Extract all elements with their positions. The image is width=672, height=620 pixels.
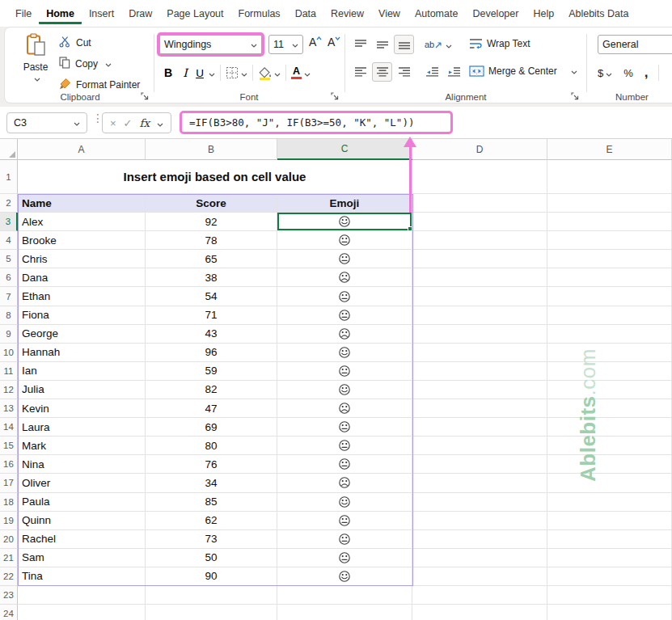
column-header-e[interactable]: E (547, 139, 672, 160)
cell[interactable] (412, 530, 547, 549)
cell[interactable] (412, 362, 547, 381)
row-header[interactable]: 21 (0, 549, 18, 567)
cell[interactable] (547, 306, 672, 325)
row-header[interactable]: 9 (0, 325, 18, 344)
cell[interactable] (412, 418, 547, 437)
underline-button[interactable]: U (193, 67, 206, 79)
tab-home[interactable]: Home (39, 2, 82, 24)
cell-score[interactable]: 47 (146, 399, 277, 418)
header-cell-score[interactable]: Score (146, 194, 277, 213)
borders-button[interactable] (226, 65, 247, 80)
cell-name[interactable]: Sam (18, 549, 146, 567)
tab-review[interactable]: Review (323, 2, 371, 24)
cell-name[interactable]: Brooke (18, 231, 146, 250)
fill-color-button[interactable] (258, 65, 281, 80)
cell-name[interactable]: Kevin (18, 399, 146, 418)
cell[interactable] (412, 399, 547, 418)
increase-indent-button[interactable] (444, 62, 464, 82)
align-right-button[interactable] (394, 62, 414, 82)
select-all-corner[interactable] (0, 139, 18, 160)
cell-name[interactable]: Quinn (18, 512, 146, 530)
cell-emoji[interactable] (277, 399, 412, 418)
cell[interactable] (547, 268, 672, 287)
row-header[interactable]: 20 (0, 530, 18, 549)
align-top-button[interactable] (350, 35, 370, 54)
cell[interactable] (146, 586, 277, 605)
cell-emoji[interactable] (277, 530, 412, 549)
cell-score[interactable]: 76 (146, 455, 277, 474)
cell-emoji[interactable] (277, 306, 412, 325)
cell[interactable] (277, 605, 412, 620)
cell[interactable] (412, 344, 547, 362)
cell[interactable] (277, 586, 412, 605)
cell[interactable] (412, 231, 547, 250)
row-header[interactable]: 14 (0, 418, 18, 437)
row-header[interactable]: 5 (0, 250, 18, 268)
number-format-combo[interactable]: General (598, 35, 672, 54)
align-center-button[interactable] (372, 62, 392, 82)
cell-name[interactable]: Alex (18, 213, 146, 231)
name-box[interactable]: C3 (6, 112, 87, 133)
cell-name[interactable]: Hannah (18, 344, 146, 362)
cell[interactable] (412, 512, 547, 530)
cell[interactable] (547, 287, 672, 306)
cell[interactable] (547, 474, 672, 492)
cell[interactable] (412, 455, 547, 474)
cell-emoji[interactable] (277, 344, 412, 362)
cell-score[interactable]: 43 (146, 325, 277, 344)
cell-score[interactable]: 65 (146, 250, 277, 268)
cell-name[interactable]: Julia (18, 381, 146, 399)
cell-emoji[interactable] (277, 250, 412, 268)
cell[interactable] (547, 325, 672, 344)
row-header[interactable]: 6 (0, 268, 18, 287)
cell[interactable] (412, 213, 547, 231)
cell-emoji[interactable] (277, 493, 412, 512)
tab-file[interactable]: File (8, 2, 39, 24)
cell-emoji[interactable] (277, 418, 412, 437)
cell-score[interactable]: 50 (146, 549, 277, 567)
cell-name[interactable]: Chris (18, 250, 146, 268)
tab-data[interactable]: Data (288, 2, 323, 24)
cell[interactable] (412, 268, 547, 287)
cell-score[interactable]: 92 (146, 213, 277, 231)
row-header[interactable]: 11 (0, 362, 18, 381)
tab-page-layout[interactable]: Page Layout (159, 2, 230, 24)
tab-developer[interactable]: Developer (465, 2, 526, 24)
tab-ablebits-data[interactable]: Ablebits Data (561, 2, 636, 24)
cut-button[interactable]: Cut (59, 35, 140, 51)
cell-score[interactable]: 62 (146, 512, 277, 530)
column-header-a[interactable]: A (18, 139, 146, 160)
cancel-entry-icon[interactable]: × (110, 117, 116, 129)
cell-score[interactable]: 59 (146, 362, 277, 381)
cell[interactable] (547, 586, 672, 605)
copy-button[interactable]: Copy (59, 56, 140, 72)
cell-score[interactable]: 71 (146, 306, 277, 325)
cell[interactable] (412, 194, 547, 213)
cell-emoji[interactable] (277, 455, 412, 474)
cell[interactable] (547, 381, 672, 399)
row-header[interactable]: 10 (0, 344, 18, 362)
row-header[interactable]: 13 (0, 399, 18, 418)
cell[interactable] (146, 605, 277, 620)
decrease-font-size-button[interactable]: A (328, 36, 340, 49)
percent-style-button[interactable]: % (623, 67, 633, 79)
cell-name[interactable]: Oliver (18, 474, 146, 492)
cell-emoji[interactable] (277, 549, 412, 567)
row-header[interactable]: 3 (0, 213, 18, 231)
font-dialog-launcher[interactable] (330, 91, 340, 101)
decrease-indent-button[interactable] (422, 62, 442, 82)
cell[interactable] (547, 362, 672, 381)
row-header[interactable]: 17 (0, 474, 18, 492)
cell[interactable] (547, 194, 672, 213)
row-header[interactable]: 18 (0, 493, 18, 512)
row-header[interactable]: 19 (0, 512, 18, 530)
row-header[interactable]: 22 (0, 567, 18, 586)
font-name-combo[interactable]: Wingdings (159, 35, 262, 54)
cell-emoji[interactable] (277, 287, 412, 306)
cell[interactable] (547, 160, 672, 194)
cell[interactable] (412, 474, 547, 492)
cell[interactable] (412, 160, 547, 194)
cell-name[interactable]: Fiona (18, 306, 146, 325)
cell[interactable] (18, 605, 146, 620)
header-cell-name[interactable]: Name (18, 194, 146, 213)
